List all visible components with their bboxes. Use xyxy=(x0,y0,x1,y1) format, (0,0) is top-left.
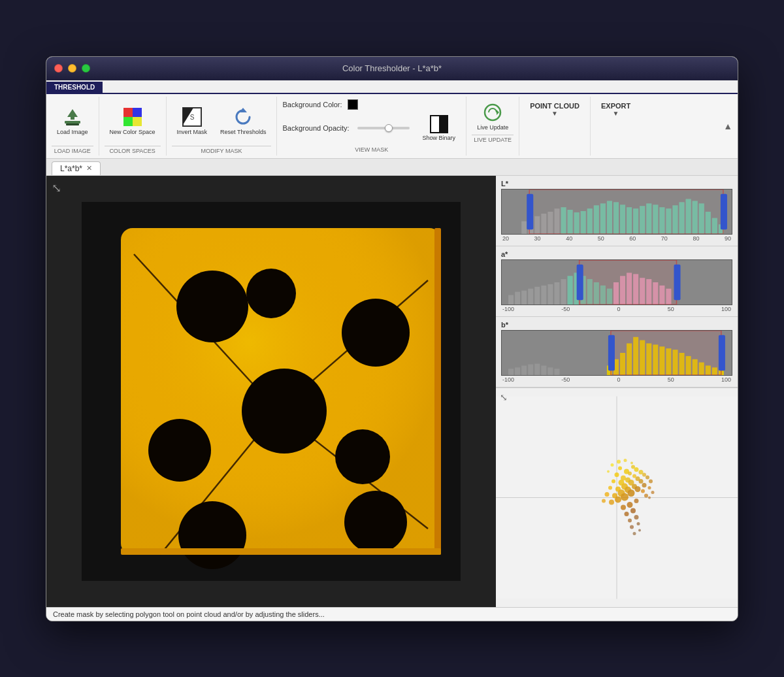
export-group: EXPORT ▼ xyxy=(591,97,641,156)
view-mask-section-label: VIEW MASK xyxy=(282,146,461,153)
svg-marker-14 xyxy=(497,110,499,115)
svg-rect-3 xyxy=(123,108,133,117)
svg-rect-125 xyxy=(580,260,677,305)
show-binary-button[interactable]: Show Binary xyxy=(417,112,461,144)
threshold-label: THRESHOLD xyxy=(46,82,103,93)
svg-point-201 xyxy=(634,515,639,520)
export-button[interactable]: EXPORT ▼ xyxy=(596,99,636,120)
live-update-section-label: LIVE UPDATE xyxy=(472,135,514,143)
b-histogram-row: b* xyxy=(496,317,738,388)
svg-rect-4 xyxy=(133,108,142,117)
svg-point-27 xyxy=(335,429,390,484)
load-image-section-label: LOAD IMAGE xyxy=(52,146,93,154)
svg-rect-31 xyxy=(121,548,441,555)
svg-point-202 xyxy=(630,525,634,529)
opacity-slider[interactable] xyxy=(357,127,410,129)
svg-rect-91 xyxy=(721,193,727,229)
toolbar: Load Image LOAD IMAGE New Co xyxy=(46,94,738,159)
main-window: Color Thresholder - L*a*b* THRESHOLD Loa… xyxy=(46,56,738,621)
b-histogram-chart[interactable] xyxy=(501,330,732,376)
svg-point-215 xyxy=(607,470,610,472)
close-button[interactable] xyxy=(54,64,63,73)
load-image-button[interactable]: Load Image xyxy=(52,104,93,138)
svg-rect-132 xyxy=(528,364,533,375)
live-update-icon xyxy=(482,102,503,123)
point-cloud-tools-icon[interactable]: ⤡ xyxy=(500,392,508,403)
svg-rect-118 xyxy=(568,276,573,305)
point-cloud-button[interactable]: POINT CLOUD ▼ xyxy=(525,99,585,120)
modify-mask-section-label: MODIFY MASK xyxy=(172,146,272,154)
svg-point-197 xyxy=(634,499,639,503)
toolbar-collapse[interactable]: ▲ xyxy=(718,97,738,156)
view-mask-group: Background Color: Background Opacity: Sh… xyxy=(277,97,466,156)
l-histogram-chart[interactable] xyxy=(501,189,732,235)
bg-color-swatch[interactable] xyxy=(348,99,358,110)
lab-tab[interactable]: L*a*b* ✕ xyxy=(52,161,101,175)
reset-thresholds-button[interactable]: Reset Thresholds xyxy=(215,104,271,138)
svg-point-162 xyxy=(618,466,622,470)
svg-rect-96 xyxy=(528,288,533,304)
svg-point-207 xyxy=(648,486,651,489)
svg-point-205 xyxy=(638,529,641,531)
svg-point-29 xyxy=(344,491,407,553)
svg-text:S: S xyxy=(189,114,194,121)
window-title: Color Thresholder - L*a*b* xyxy=(342,63,442,73)
svg-rect-2 xyxy=(66,124,79,125)
point-cloud-arrow: ▼ xyxy=(551,110,558,117)
image-tools-icon[interactable]: ⤡ xyxy=(52,181,61,195)
tab-close-icon[interactable]: ✕ xyxy=(86,164,92,173)
main-content: ⤡ xyxy=(46,176,738,607)
svg-point-209 xyxy=(651,491,655,494)
invert-mask-icon: S xyxy=(182,107,203,127)
modify-mask-group: S Invert Mask Reset Thresholds MODIFY xyxy=(167,97,278,156)
load-image-icon xyxy=(62,107,83,127)
opacity-thumb[interactable] xyxy=(385,124,393,132)
l-histogram-label: L* xyxy=(501,180,732,188)
svg-point-214 xyxy=(630,461,633,464)
a-histogram-chart[interactable] xyxy=(501,259,732,305)
svg-point-190 xyxy=(621,493,629,501)
svg-point-188 xyxy=(609,499,614,504)
new-color-space-button[interactable]: New Color Space xyxy=(105,104,161,138)
export-label: EXPORT xyxy=(601,102,630,110)
svg-rect-12 xyxy=(431,116,439,132)
point-cloud-svg xyxy=(496,388,738,607)
svg-rect-93 xyxy=(508,295,514,305)
svg-rect-131 xyxy=(521,365,527,375)
title-bar: Color Thresholder - L*a*b* xyxy=(46,57,738,80)
live-update-button[interactable]: Live Update xyxy=(472,99,514,133)
svg-rect-5 xyxy=(123,117,133,126)
svg-point-192 xyxy=(635,486,641,492)
svg-point-179 xyxy=(642,472,646,476)
tab-bar: L*a*b* ✕ xyxy=(46,159,738,176)
export-arrow: ▼ xyxy=(613,110,619,117)
maximize-button[interactable] xyxy=(82,64,90,73)
point-cloud-panel: ⤡ xyxy=(496,388,738,607)
svg-point-193 xyxy=(642,483,647,487)
svg-point-185 xyxy=(639,479,644,484)
svg-rect-97 xyxy=(534,286,540,304)
invert-mask-button[interactable]: S Invert Mask xyxy=(172,104,213,138)
svg-point-168 xyxy=(634,467,639,472)
svg-rect-101 xyxy=(561,279,566,305)
svg-rect-95 xyxy=(521,290,527,304)
image-panel: ⤡ xyxy=(46,176,496,607)
svg-point-194 xyxy=(649,479,653,483)
svg-point-208 xyxy=(644,493,648,497)
l-histogram-row: L* xyxy=(496,176,738,246)
svg-rect-136 xyxy=(554,369,559,375)
status-text: Create mask by selecting polygon tool on… xyxy=(53,610,325,618)
b-histogram-label: b* xyxy=(501,321,732,329)
svg-point-210 xyxy=(648,496,651,499)
svg-point-196 xyxy=(627,502,633,508)
svg-point-23 xyxy=(246,269,296,318)
color-spaces-group: New Color Space COLOR SPACES xyxy=(99,97,167,156)
svg-rect-0 xyxy=(65,121,80,124)
svg-marker-1 xyxy=(67,109,78,120)
svg-rect-156 xyxy=(608,335,615,370)
svg-point-180 xyxy=(605,492,610,497)
point-cloud-group: POINT CLOUD ▼ xyxy=(519,97,591,156)
reset-thresholds-label: Reset Thresholds xyxy=(220,129,266,135)
svg-point-24 xyxy=(342,299,410,367)
minimize-button[interactable] xyxy=(68,64,76,73)
